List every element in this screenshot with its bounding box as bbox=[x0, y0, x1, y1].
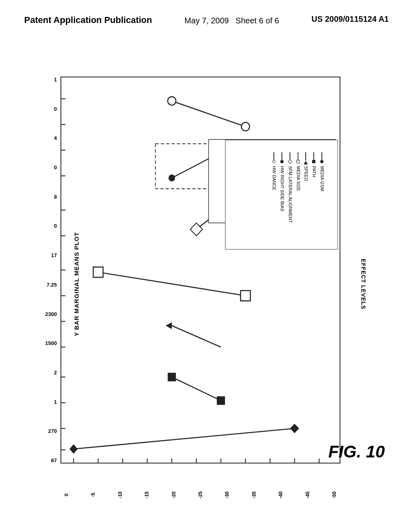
svg-rect-37 bbox=[240, 291, 250, 301]
y-tick-0a: 0 bbox=[54, 106, 57, 112]
svg-marker-44 bbox=[69, 444, 77, 453]
y-tick-270: 270 bbox=[48, 428, 57, 434]
legend-item-hw-right: HW RIGHT SIDE BIAS bbox=[278, 152, 286, 223]
legend-item-path: PATH bbox=[310, 152, 318, 223]
legend-label-media-size: MEDIA SIZE bbox=[294, 166, 302, 223]
x-tick-10: -10 bbox=[117, 489, 123, 501]
publication-title: Patent Application Publication bbox=[24, 15, 152, 26]
chart-plot-area: MEDIA GSM PATH bbox=[60, 77, 340, 463]
x-tick-50: -50 bbox=[332, 489, 337, 501]
legend-item-hw-dance: HW DANCE bbox=[270, 152, 278, 223]
legend-item-media-gsm: MEDIA GSM bbox=[318, 152, 326, 223]
legend-label-speed: SPEED bbox=[302, 166, 310, 223]
x-tick-40: -40 bbox=[278, 489, 284, 501]
y-tick-2: 2 bbox=[54, 370, 57, 376]
svg-rect-41 bbox=[168, 373, 176, 381]
svg-rect-36 bbox=[93, 267, 103, 277]
x-tick-30: -30 bbox=[224, 489, 230, 501]
legend-label-sfm: SFM LATERAL ALIGNMENT bbox=[286, 166, 294, 223]
svg-marker-39 bbox=[166, 322, 172, 329]
y-tick-67: 67 bbox=[51, 457, 56, 463]
svg-line-25 bbox=[172, 101, 246, 127]
y-tick-2300: 2300 bbox=[45, 311, 57, 317]
x-tick-labels: 0 -5 -10 -15 -20 -25 -30 -35 -40 -45 -50 bbox=[60, 492, 340, 498]
x-tick-0: 0 bbox=[64, 489, 69, 501]
svg-marker-33 bbox=[190, 223, 202, 236]
y-tick-labels: 1 0 4 0 9 0 17 7.25 2300 1500 2 1 270 67 bbox=[45, 77, 57, 463]
legend-item-speed: SPEED bbox=[302, 152, 310, 223]
svg-point-26 bbox=[168, 97, 176, 105]
y-tick-17: 17 bbox=[51, 252, 56, 258]
legend-item-sfm: SFM LATERAL ALIGNMENT bbox=[286, 152, 294, 223]
legend-label-path: PATH bbox=[310, 166, 318, 223]
header: Patent Application Publication May 7, 20… bbox=[0, 15, 413, 27]
y-tick-9: 9 bbox=[54, 194, 57, 200]
y-tick-1b: 1 bbox=[54, 399, 57, 405]
svg-line-35 bbox=[98, 272, 245, 295]
publication-date: May 7, 2009 bbox=[184, 16, 229, 25]
y-tick-0c: 0 bbox=[54, 223, 57, 229]
svg-point-27 bbox=[241, 123, 249, 131]
svg-line-43 bbox=[73, 428, 294, 449]
legend-label-media-gsm: MEDIA GSM bbox=[318, 166, 326, 223]
x-tick-45: -45 bbox=[305, 489, 311, 501]
svg-line-40 bbox=[172, 377, 221, 401]
x-axis-label: EFFECT LEVELS bbox=[360, 259, 367, 310]
legend: MEDIA GSM PATH bbox=[225, 140, 338, 249]
y-tick-0b: 0 bbox=[54, 164, 57, 170]
x-tick-25: -25 bbox=[198, 489, 203, 501]
patent-number: US 2009/0115124 A1 bbox=[311, 15, 389, 24]
legend-item-media-size: MEDIA SIZE bbox=[294, 152, 302, 223]
y-tick-4: 4 bbox=[54, 135, 57, 141]
y-tick-725: 7.25 bbox=[47, 282, 57, 288]
chart-area: Y BAR MARGINAL MEANS PLOT bbox=[24, 69, 389, 500]
figure-label: FIG. 10 bbox=[328, 442, 385, 461]
header-center: May 7, 2009 Sheet 6 of 6 bbox=[184, 15, 279, 27]
x-tick-35: -35 bbox=[251, 489, 257, 501]
svg-point-29 bbox=[169, 175, 175, 181]
x-tick-15: -15 bbox=[144, 489, 150, 501]
legend-label-hw-right: HW RIGHT SIDE BIAS bbox=[278, 166, 286, 223]
y-tick-1500: 1500 bbox=[45, 340, 57, 346]
svg-line-38 bbox=[172, 326, 221, 347]
x-tick-5: -5 bbox=[90, 489, 96, 501]
y-tick-1: 1 bbox=[54, 77, 57, 83]
chart-svg bbox=[61, 77, 340, 463]
svg-rect-42 bbox=[217, 396, 225, 405]
svg-marker-45 bbox=[290, 424, 299, 433]
sheet-info: Sheet 6 of 6 bbox=[236, 16, 279, 25]
x-tick-20: -20 bbox=[171, 489, 177, 501]
legend-label-hw-dance: HW DANCE bbox=[270, 166, 278, 223]
